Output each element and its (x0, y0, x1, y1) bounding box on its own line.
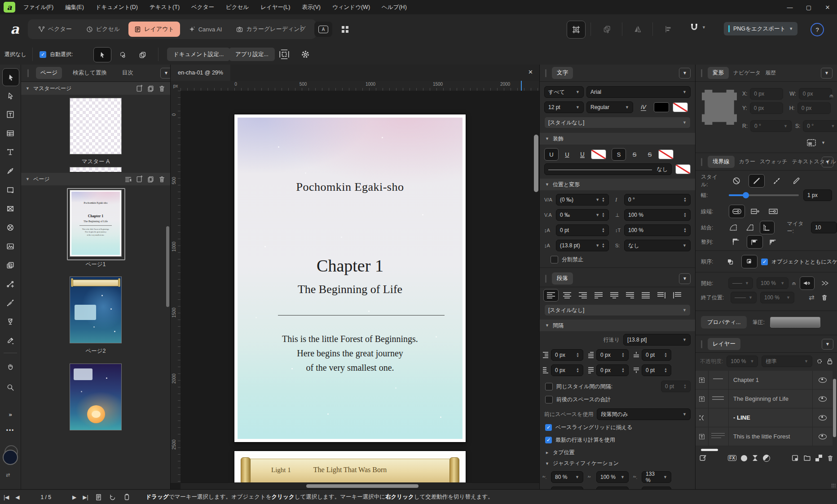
end-style-dropdown[interactable]: ▼ (731, 292, 757, 303)
canvas-vertical-scrollbar[interactable] (534, 135, 538, 192)
same-style-spacing-checkbox[interactable] (545, 383, 553, 390)
panel-collapse-button[interactable]: ▼ (679, 273, 691, 284)
font-size-dropdown[interactable]: 12 pt▼ (544, 101, 584, 113)
text-stroke-none-swatch[interactable] (673, 102, 688, 112)
duplicate-page-icon[interactable] (147, 175, 154, 183)
modern-leading-checkbox[interactable]: ✓ (545, 437, 552, 443)
gradient-tool[interactable] (2, 294, 18, 311)
panel-drag-handle[interactable] (545, 69, 546, 77)
panel-drag-handle[interactable] (27, 69, 29, 77)
align-button[interactable] (659, 21, 677, 38)
word-spacing-max-field[interactable]: 133 %▼ (642, 471, 671, 483)
settings-gear-button[interactable] (300, 49, 311, 60)
visibility-toggle[interactable] (812, 427, 833, 446)
stroke-dashed-button[interactable] (769, 175, 784, 187)
underline-color-swatch[interactable] (591, 149, 606, 159)
live-filter-button[interactable] (763, 455, 770, 462)
align-right-button[interactable] (576, 289, 590, 301)
leading-dropdown[interactable]: [13.8 pt]▼ (623, 334, 691, 346)
new-group-icon[interactable] (803, 454, 811, 462)
stroke-front-button[interactable] (741, 255, 758, 268)
app-settings-button[interactable]: アプリ設定... (229, 48, 275, 61)
panel-collapse-button[interactable]: ▼ (822, 157, 833, 167)
panel-collapse-button[interactable]: ▼ (679, 68, 691, 79)
align-center-stroke-button[interactable] (729, 236, 744, 248)
font-weight-dropdown[interactable]: Regular▼ (586, 101, 633, 113)
master-a-thumbnail[interactable] (70, 98, 122, 154)
kerning-field[interactable]: 0 ‰▼▲▼ (556, 209, 609, 221)
layer-row[interactable]: This is the little Forest (696, 427, 833, 446)
tab-navigator[interactable]: ナビゲータ (733, 69, 761, 77)
rectangle-tool[interactable] (2, 181, 18, 198)
hand-tool[interactable] (2, 358, 18, 375)
visibility-toggle[interactable] (812, 371, 833, 389)
help-button[interactable]: ? (811, 23, 824, 36)
start-scale-dropdown[interactable]: 100 %▼ (757, 277, 789, 289)
join-round-button[interactable] (727, 221, 740, 234)
tracking-field[interactable]: (0 ‰)▼▲▼ (556, 194, 609, 206)
layer-row[interactable]: The Beginning of Life (696, 390, 833, 408)
space-after-field[interactable]: 0 pt▲▼ (642, 364, 671, 376)
left-indent-field[interactable]: 0 px▲▼ (551, 349, 583, 361)
underline-stroke-dropdown[interactable]: なし (544, 163, 672, 175)
fill-stroke-color-well[interactable] (2, 445, 19, 469)
studio-grid-button[interactable] (336, 22, 354, 37)
move-tool[interactable] (2, 68, 19, 86)
no-break-checkbox[interactable] (551, 256, 558, 263)
persona-pixel[interactable]: ピクセル (80, 22, 126, 37)
cap-square-button[interactable] (766, 205, 781, 218)
first-page-button[interactable]: |◀ (4, 494, 9, 500)
document-tab[interactable]: en-cha-01 @ 29% (171, 65, 230, 81)
layer-row[interactable]: - LINE (696, 408, 833, 427)
menu-item[interactable]: ピクセル (226, 4, 249, 11)
maximize-button[interactable]: ▢ (799, 0, 818, 14)
pages-tool[interactable] (2, 257, 18, 274)
zoom-tool[interactable] (2, 379, 18, 396)
trash-icon[interactable] (821, 294, 828, 301)
start-style-dropdown[interactable]: ▼ (728, 277, 753, 289)
new-pixel-layer-icon[interactable] (815, 455, 822, 461)
strikethrough-color-swatch[interactable] (658, 149, 674, 159)
menu-item[interactable]: レイヤー(L) (260, 4, 290, 11)
stroke-width-field[interactable]: 1 px (803, 189, 832, 201)
panel-drag-handle[interactable] (701, 69, 702, 77)
justify-center-button[interactable] (607, 289, 621, 301)
place-image-tool[interactable] (2, 238, 18, 255)
stroke-none-button[interactable] (729, 175, 744, 187)
menu-item[interactable]: ヘルプ(H) (382, 4, 407, 11)
move-tool-mode-button[interactable] (93, 47, 111, 62)
join-bevel-button[interactable] (743, 221, 757, 234)
panel-collapse-button[interactable]: ▼ (822, 339, 833, 350)
close-document-icon[interactable]: ✕ (528, 69, 533, 75)
strikethrough-single-button[interactable]: S (628, 149, 641, 160)
scope-dropdown[interactable]: すべて▼ (544, 86, 584, 98)
line-color-swatch[interactable] (675, 164, 691, 174)
same-style-spacing-field[interactable]: 0 pt▲▼ (661, 381, 691, 392)
table-tool[interactable] (2, 125, 18, 142)
minimize-button[interactable]: — (780, 0, 799, 14)
mask-button[interactable] (741, 455, 747, 461)
crop-canvas-button[interactable] (567, 21, 586, 39)
canvas-horizontal-scrollbar[interactable] (181, 482, 539, 489)
blend-mode-dropdown[interactable]: 標準▼ (762, 355, 812, 367)
justification-section[interactable]: ▼ ジャスティフィケーション (545, 460, 619, 467)
miter-field[interactable]: 10 (811, 222, 837, 233)
transparency-tool[interactable] (2, 313, 18, 330)
text-fill-swatch[interactable] (654, 102, 669, 112)
close-button[interactable]: ✕ (818, 0, 837, 14)
use-space-dropdown[interactable]: 段落間のみ▼ (597, 408, 691, 420)
menu-item[interactable]: テキスト(T) (150, 4, 180, 11)
pen-tool[interactable] (2, 162, 18, 180)
previous-page-button[interactable]: ◀ (15, 494, 19, 500)
x-field[interactable]: 0 px (750, 88, 783, 100)
underline-double-button[interactable]: U (576, 149, 589, 160)
persona-overflow-menu[interactable]: ⁝ (300, 24, 302, 32)
delete-master-icon[interactable] (158, 85, 166, 92)
visibility-toggle[interactable] (812, 408, 833, 427)
v-scale-field[interactable]: 100 %▲▼ (624, 224, 691, 236)
swap-colors-icon[interactable]: ⇄ (6, 472, 10, 478)
layers-resize-bar[interactable] (701, 449, 718, 451)
next-page-button[interactable]: ▶ (72, 494, 76, 500)
tab-color[interactable]: カラー (739, 158, 756, 166)
link-ends-icon[interactable]: ⫙ (792, 280, 796, 286)
